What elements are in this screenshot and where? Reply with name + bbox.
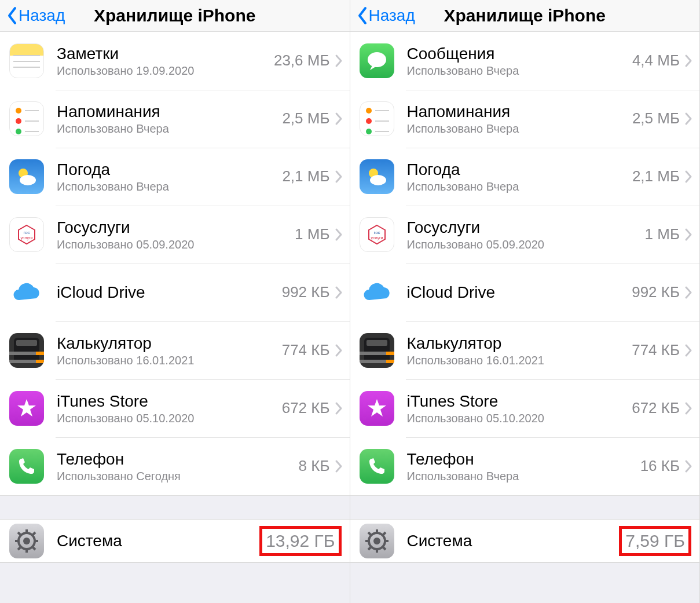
app-size: 774 КБ — [632, 341, 680, 359]
weather-icon — [9, 159, 44, 194]
chevron-right-icon — [335, 401, 343, 415]
app-size: 1 МБ — [295, 225, 329, 243]
phone-icon — [360, 449, 394, 484]
app-list: Сообщения Использовано Вчера 4,4 МБ Напо… — [350, 32, 700, 495]
app-row-gosuslugi[interactable]: госуслуги Госуслуги Использовано 05.09.2… — [0, 206, 350, 264]
section-gap — [350, 495, 700, 520]
app-name: Калькулятор — [407, 334, 632, 353]
svg-line-13 — [18, 547, 20, 550]
app-row-calculator[interactable]: Калькулятор Использовано 16.01.2021 774 … — [350, 321, 700, 379]
app-row-notes[interactable]: Заметки Использовано 19.09.2020 23,6 МБ — [0, 32, 350, 90]
chevron-right-icon — [335, 170, 343, 184]
app-list: Заметки Использовано 19.09.2020 23,6 МБ … — [0, 32, 350, 495]
app-name: iTunes Store — [57, 392, 282, 411]
app-sub: Использовано Вчера — [57, 122, 282, 136]
app-row-phone[interactable]: Телефон Использовано Вчера 16 КБ — [350, 437, 700, 495]
chevron-right-icon — [684, 112, 692, 126]
weather-icon — [360, 159, 394, 194]
app-row-weather[interactable]: Погода Использовано Вчера 2,1 МБ — [350, 148, 700, 206]
app-name: Погода — [57, 160, 282, 180]
app-sub: Использовано 05.10.2020 — [407, 412, 632, 425]
app-size: 2,1 МБ — [282, 167, 329, 185]
chevron-left-icon — [356, 6, 368, 25]
app-name: Госуслуги — [407, 218, 645, 237]
app-row-reminders[interactable]: Напоминания Использовано Вчера 2,5 МБ — [0, 90, 350, 148]
app-name: Сообщения — [407, 44, 632, 64]
icloud-icon — [9, 275, 44, 310]
chevron-right-icon — [684, 286, 692, 299]
svg-point-22 — [373, 538, 380, 544]
phone-icon — [9, 449, 44, 484]
app-name: Напоминания — [407, 102, 632, 122]
app-sub: Использовано 05.10.2020 — [57, 412, 282, 425]
back-button[interactable]: Назад — [0, 6, 65, 25]
svg-line-12 — [33, 547, 35, 550]
back-label: Назад — [369, 6, 415, 25]
back-button[interactable]: Назад — [350, 6, 415, 25]
app-row-itunes[interactable]: iTunes Store Использовано 05.10.2020 672… — [0, 379, 350, 437]
chevron-right-icon — [684, 170, 692, 184]
app-row-reminders[interactable]: Напоминания Использовано Вчера 2,5 МБ — [350, 90, 700, 148]
system-row[interactable]: Система 13,92 ГБ — [0, 520, 350, 562]
app-row-calculator[interactable]: Калькулятор Использовано 16.01.2021 774 … — [0, 321, 350, 379]
app-sub: Использовано 16.01.2021 — [57, 354, 282, 367]
svg-line-11 — [18, 532, 20, 535]
icloud-icon — [360, 275, 394, 310]
system-row[interactable]: Система 7,59 ГБ — [350, 520, 700, 562]
app-row-messages[interactable]: Сообщения Использовано Вчера 4,4 МБ — [350, 32, 700, 90]
chevron-right-icon — [335, 112, 343, 126]
svg-line-14 — [33, 532, 35, 535]
app-row-icloud[interactable]: iCloud Drive 992 КБ — [0, 264, 350, 321]
svg-marker-20 — [368, 399, 386, 416]
app-row-icloud[interactable]: iCloud Drive 992 КБ — [350, 264, 700, 321]
chevron-right-icon — [684, 401, 692, 415]
chevron-right-icon — [335, 228, 343, 242]
calculator-icon — [360, 333, 394, 368]
app-size: 672 КБ — [632, 399, 680, 417]
system-size: 13,92 ГБ — [266, 531, 335, 551]
chevron-right-icon — [335, 459, 343, 473]
settings-icon — [360, 524, 394, 558]
svg-line-30 — [383, 532, 386, 535]
svg-point-1 — [20, 175, 36, 185]
app-size: 2,5 МБ — [282, 109, 329, 127]
app-row-gosuslugi[interactable]: госуслуги Госуслуги Использовано 05.09.2… — [350, 206, 700, 264]
svg-line-28 — [383, 547, 386, 550]
chevron-right-icon — [684, 343, 692, 357]
footer-gap — [350, 562, 700, 603]
system-size-highlight: 13,92 ГБ — [259, 526, 341, 556]
app-row-itunes[interactable]: iTunes Store Использовано 05.10.2020 672… — [350, 379, 700, 437]
chevron-right-icon — [335, 343, 343, 357]
gosuslugi-icon: госуслуги — [360, 217, 394, 252]
svg-line-29 — [368, 547, 371, 550]
app-size: 23,6 МБ — [274, 52, 330, 70]
app-row-weather[interactable]: Погода Использовано Вчера 2,1 МБ — [0, 148, 350, 206]
app-size: 8 КБ — [299, 457, 330, 475]
itunes-icon — [9, 391, 44, 426]
app-name: Телефон — [407, 449, 640, 469]
app-sub: Использовано 05.09.2020 — [57, 238, 295, 251]
reminders-icon — [9, 101, 44, 136]
app-sub: Использовано Вчера — [407, 470, 640, 483]
app-sub: Использовано Вчера — [407, 180, 632, 193]
system-size-highlight: 7,59 ГБ — [619, 526, 691, 556]
nav-header: Назад Хранилище iPhone — [0, 0, 350, 32]
app-size: 1 МБ — [645, 225, 680, 243]
app-sub: Использовано Сегодня — [57, 470, 299, 483]
chevron-right-icon — [684, 54, 692, 68]
svg-text:услуги: услуги — [21, 236, 33, 240]
chevron-right-icon — [335, 54, 343, 68]
system-label: Система — [407, 531, 620, 551]
storage-screen-right: Назад Хранилище iPhone Сообщения Использ… — [350, 0, 701, 603]
app-name: iCloud Drive — [57, 283, 282, 302]
svg-text:услуги: услуги — [371, 236, 383, 240]
app-size: 2,5 МБ — [632, 109, 680, 127]
svg-point-15 — [368, 52, 386, 67]
app-size: 992 КБ — [632, 283, 680, 301]
svg-line-27 — [368, 532, 371, 535]
app-sub: Использовано 19.09.2020 — [57, 64, 274, 78]
app-name: Заметки — [57, 44, 274, 64]
svg-marker-4 — [17, 399, 36, 416]
app-row-phone[interactable]: Телефон Использовано Сегодня 8 КБ — [0, 437, 350, 495]
svg-point-6 — [23, 538, 30, 544]
